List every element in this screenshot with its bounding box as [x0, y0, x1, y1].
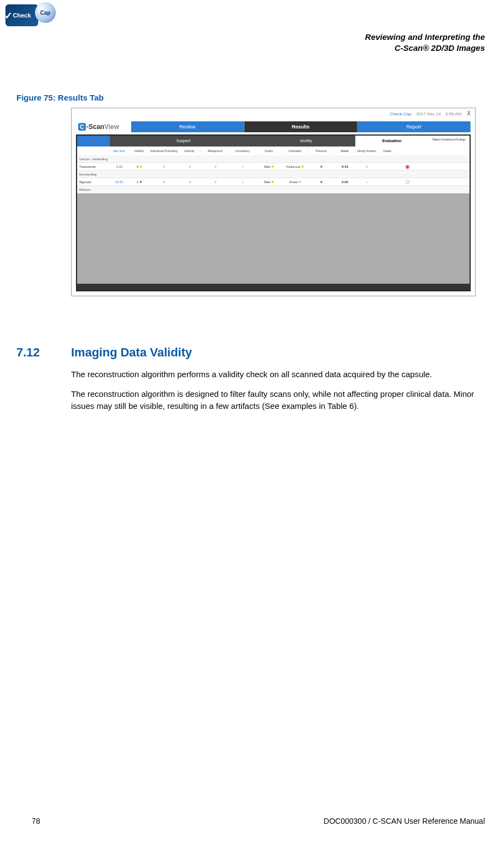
group-suspect: Suspect [110, 136, 257, 146]
col-seg: Seg. time [110, 149, 128, 154]
col-visibility: Visibility [128, 149, 150, 154]
logo-cap-text: Cap [35, 2, 56, 23]
col-intensity: Intensity [178, 149, 202, 154]
locator-icon: 📍 [77, 136, 110, 146]
col-rsf [397, 150, 417, 151]
header-line2: C-Scan® 2D/3D Images [365, 43, 485, 54]
section-row: Rectum [77, 186, 470, 194]
col-background: Background [202, 149, 229, 154]
figure-caption: Figure 75: Results Tab [16, 93, 485, 102]
col-pressure: Pressure [309, 149, 334, 154]
ss-app-logo: C-ScanView [78, 123, 119, 131]
group-motility: Motility [257, 136, 355, 146]
ss-topbar: Check-Cap 2017 Dec 14 8:56 AM X [390, 110, 471, 116]
brand-logo: Check ✓ Cap [5, 4, 60, 31]
results-rows: Cecum - AscendingTransverse2.062 ●✓✓✓–Me… [77, 155, 470, 194]
section-body: The reconstruction algorithm performs a … [71, 368, 476, 412]
data-row[interactable]: Sigmoid14.011 ●✓✓✓–Med ●Fixed ●●0.05– [77, 178, 470, 186]
col-quality: Quality [256, 149, 282, 154]
ss-logo-scan: -Scan [86, 123, 104, 131]
col-consistency: Consistency [229, 149, 256, 154]
tab-results[interactable]: Results [244, 121, 358, 132]
section-p1: The reconstruction algorithm performs a … [71, 368, 476, 380]
ss-time: 8:56 AM [446, 112, 461, 116]
page-number: 78 [32, 817, 40, 825]
col-delete: Delete [378, 149, 397, 154]
check-icon: ✓ [4, 10, 13, 22]
ss-brand: Check-Cap [390, 112, 412, 116]
col-asym: Asimetrical Protruding [150, 149, 178, 154]
ss-logo-c: C [78, 123, 86, 131]
col-orientation: Orientation [282, 149, 309, 154]
doc-id: DOC000300 / C-SCAN User Reference Manual [324, 817, 485, 825]
group-report: Report Suspicious Findings [429, 136, 470, 146]
empty-area [77, 194, 470, 284]
page-footer: 78 DOC000300 / C-SCAN User Reference Man… [32, 817, 485, 825]
section-row: Descending [77, 171, 470, 178]
screenshot-figure: Check-Cap 2017 Dec 14 8:56 AM X C-ScanVi… [71, 108, 476, 296]
tab-review[interactable]: Review [131, 121, 244, 132]
section-row: Cecum - Ascending [77, 155, 470, 163]
close-icon[interactable]: X [467, 110, 471, 116]
column-headers: Seg. time Visibility Asimetrical Protrud… [77, 146, 470, 155]
tab-report[interactable]: Report [358, 121, 471, 132]
group-evaluation: Evaluation [355, 136, 429, 146]
section-p2: The reconstruction algorithm is designed… [71, 388, 476, 412]
section-number: 7.12 [16, 345, 71, 360]
ss-date: 2017 Dec 14 [416, 112, 441, 116]
col-strong-suspect: Strong Suspect [356, 149, 378, 154]
header-line1: Reviewing and Interpreting the [365, 32, 485, 43]
col-score: Score [334, 149, 356, 154]
data-row[interactable]: Transverse2.062 ●✓✓✓–Med ●Fixed pos ●●0.… [77, 163, 470, 171]
section-title: Imaging Data Validity [71, 345, 192, 360]
page-header: Reviewing and Interpreting the C-Scan® 2… [365, 32, 485, 54]
ss-logo-view: View [104, 123, 119, 131]
logo-check-text: Check [13, 12, 31, 19]
